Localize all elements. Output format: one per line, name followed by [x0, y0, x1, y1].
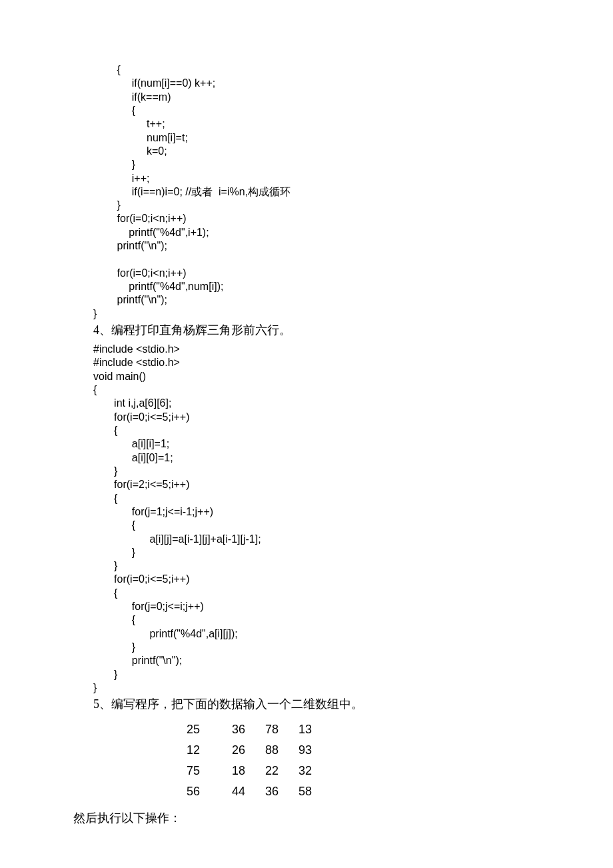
- document-page: { if(num[i]==0) k++; if(k==m) { t++; num…: [0, 0, 613, 866]
- cell: 36: [252, 781, 285, 802]
- cell: 75: [173, 761, 219, 781]
- cell: 78: [252, 719, 285, 740]
- code-block-1: { if(num[i]==0) k++; if(k==m) { t++; num…: [93, 63, 540, 321]
- table-row: 25 36 78 13: [173, 719, 318, 740]
- cell: 22: [252, 761, 285, 781]
- code-block-2: #include <stdio.h> #include <stdio.h> vo…: [93, 343, 540, 695]
- data-matrix: 25 36 78 13 12 26 88 93 75 18 22 32 56 4…: [173, 719, 318, 802]
- cell: 18: [219, 761, 252, 781]
- table-row: 56 44 36 58: [173, 781, 318, 802]
- heading-5: 5、编写程序，把下面的数据输入一个二维数组中。: [93, 696, 540, 713]
- cell: 93: [285, 740, 318, 761]
- cell: 36: [219, 719, 252, 740]
- cell: 44: [219, 781, 252, 802]
- table-row: 75 18 22 32: [173, 761, 318, 781]
- footer-text: 然后执行以下操作：: [73, 810, 540, 826]
- table-row: 12 26 88 93: [173, 740, 318, 761]
- cell: 12: [173, 740, 219, 761]
- cell: 58: [285, 781, 318, 802]
- cell: 13: [285, 719, 318, 740]
- cell: 88: [252, 740, 285, 761]
- cell: 26: [219, 740, 252, 761]
- cell: 32: [285, 761, 318, 781]
- cell: 25: [173, 719, 219, 740]
- heading-4: 4、编程打印直角杨辉三角形前六行。: [93, 322, 540, 339]
- cell: 56: [173, 781, 219, 802]
